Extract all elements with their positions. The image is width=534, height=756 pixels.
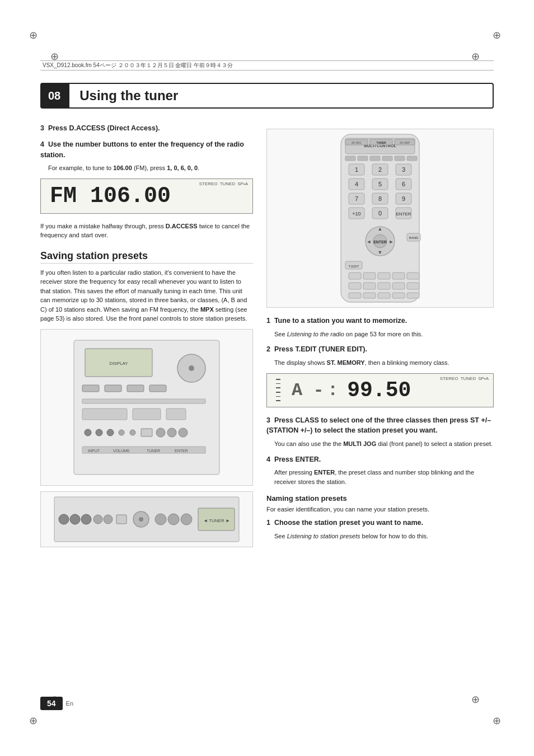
fm-label1: STEREO <box>199 181 218 186</box>
saving-para: If you often listen to a particular radi… <box>40 268 253 323</box>
svg-text:ENTER: ENTER <box>373 240 387 244</box>
tuner-label2: TUNED <box>461 376 476 381</box>
svg-point-20 <box>167 428 176 437</box>
svg-text:TUNER: TUNER <box>376 141 386 144</box>
svg-text:AV AMP: AV AMP <box>400 141 410 144</box>
step3-left-text: Press D.ACCESS (Direct Access). <box>48 124 160 132</box>
svg-rect-97 <box>363 283 376 289</box>
remote-control-image: MULTI CONTROL AV REC TUNER AV AMP 1 2 <box>266 129 494 308</box>
fm-text: FM <box>50 184 77 209</box>
tuner-display: STEREO TUNED SP•A A - : 99.50 <box>266 373 494 407</box>
chapter-number: 08 <box>40 83 68 109</box>
svg-text:ENTER: ENTER <box>175 449 188 453</box>
svg-rect-12 <box>166 408 186 420</box>
receiver-front-strip: ◄ TUNER ► <box>40 491 253 547</box>
naming-step1-num: 1 <box>266 519 270 527</box>
step2-right-bold: Press T.EDIT (TUNER EDIT). <box>274 345 367 353</box>
svg-rect-100 <box>407 283 419 289</box>
svg-text:INPUT: INPUT <box>88 449 100 453</box>
svg-point-36 <box>155 514 166 525</box>
header-strip: VSX_D912.book.fm 54ページ ２００３年１２月５日 金曜日 午前… <box>40 60 494 71</box>
step3-right-num: 3 <box>266 416 270 424</box>
svg-text:▲: ▲ <box>378 226 383 232</box>
svg-rect-91 <box>349 273 361 279</box>
svg-point-38 <box>181 514 192 525</box>
fm-freq: 106.00 <box>90 184 171 209</box>
reg-mark-tl <box>29 29 41 41</box>
svg-rect-7 <box>127 385 144 392</box>
fm-label3: SP•A <box>237 181 248 186</box>
step2-right-body: The display shows ST. MEMORY, then a bli… <box>266 358 494 368</box>
svg-text:ENTER: ENTER <box>396 212 411 217</box>
reg-inner-mark-br <box>471 693 484 706</box>
svg-rect-53 <box>382 156 392 161</box>
svg-rect-51 <box>358 156 368 161</box>
svg-text:TUNER: TUNER <box>147 449 160 453</box>
step1-right-num: 1 <box>266 317 270 325</box>
svg-rect-103 <box>378 293 390 298</box>
svg-rect-55 <box>407 156 417 161</box>
step-4-left: 4 Use the number buttons to enter the fr… <box>40 139 253 173</box>
tuner-class: A - : <box>292 380 338 401</box>
svg-point-4 <box>189 365 194 371</box>
step3-right-bold: Press CLASS to select one of the three c… <box>266 416 491 435</box>
svg-text:2: 2 <box>378 166 382 173</box>
step3-left-num: 3 <box>40 124 44 132</box>
svg-rect-8 <box>149 385 166 392</box>
naming-step1-body: See Listening to station presets below f… <box>266 532 494 541</box>
svg-text:▼: ▼ <box>378 250 383 255</box>
svg-point-17 <box>130 430 135 435</box>
step4-right-bold: Press ENTER. <box>274 456 321 463</box>
svg-rect-18 <box>141 429 152 436</box>
reg-mark-bl <box>29 715 41 727</box>
step4-left-desc: For example, to tune to 106.00 (FM), pre… <box>40 163 253 173</box>
svg-text:8: 8 <box>378 195 382 202</box>
svg-rect-105 <box>407 293 419 298</box>
svg-point-13 <box>85 429 91 436</box>
header-text: VSX_D912.book.fm 54ページ ２００３年１２月５日 金曜日 午前… <box>43 62 233 69</box>
svg-point-35 <box>139 517 143 522</box>
step2-right-num: 2 <box>266 345 270 353</box>
page-lang: En <box>66 700 73 707</box>
svg-text:T.EDIT: T.EDIT <box>349 265 359 268</box>
step-2-right: 2 Press T.EDIT (TUNER EDIT). The display… <box>266 344 494 367</box>
svg-text:5: 5 <box>378 181 382 187</box>
page-number-area: 54 En <box>40 697 73 710</box>
naming-para: For easier identification, you can name … <box>266 505 494 514</box>
svg-rect-52 <box>370 156 380 161</box>
reg-mark-br <box>493 715 505 727</box>
svg-rect-11 <box>133 408 161 420</box>
svg-text:DISPLAY: DISPLAY <box>109 361 128 366</box>
step-3-right: 3 Press CLASS to select one of the three… <box>266 415 494 449</box>
svg-rect-33 <box>116 515 127 524</box>
svg-text:+10: +10 <box>352 211 360 217</box>
svg-rect-95 <box>407 273 419 279</box>
step-3-left: 3 Press D.ACCESS (Direct Access). <box>40 123 253 134</box>
step4-right-body: After pressing ENTER, the preset class a… <box>266 468 494 486</box>
svg-point-32 <box>104 515 113 524</box>
saving-section-heading: Saving station presets <box>40 250 253 264</box>
chapter-header: 08 Using the tuner <box>40 83 494 109</box>
fm-label2: TUNED <box>220 181 236 186</box>
svg-rect-54 <box>395 156 405 161</box>
svg-rect-101 <box>349 293 361 298</box>
svg-rect-99 <box>392 283 405 289</box>
fm-display: STEREO TUNED SP•A FM 106.00 <box>40 179 253 214</box>
svg-rect-10 <box>82 408 127 420</box>
step4-left-bold: Use the number buttons to enter the freq… <box>40 140 244 159</box>
svg-point-19 <box>156 428 165 437</box>
tuner-freq: 99.50 <box>347 378 411 402</box>
fm-display-labels: STEREO TUNED SP•A <box>199 181 248 186</box>
step1-right-bold: Tune to a station you want to memorize. <box>274 317 407 325</box>
svg-text:3: 3 <box>402 166 405 173</box>
svg-point-16 <box>119 430 124 435</box>
svg-point-37 <box>168 514 179 525</box>
tuner-label3: SP•A <box>478 376 489 381</box>
tick-bar <box>276 379 280 401</box>
svg-text:7: 7 <box>355 195 358 202</box>
svg-rect-50 <box>345 156 355 161</box>
svg-text:◄: ◄ <box>367 239 372 245</box>
chapter-title: Using the tuner <box>68 83 494 109</box>
svg-rect-6 <box>105 385 121 392</box>
step3-right-body: You can also use the the MULTI JOG dial … <box>266 439 494 449</box>
